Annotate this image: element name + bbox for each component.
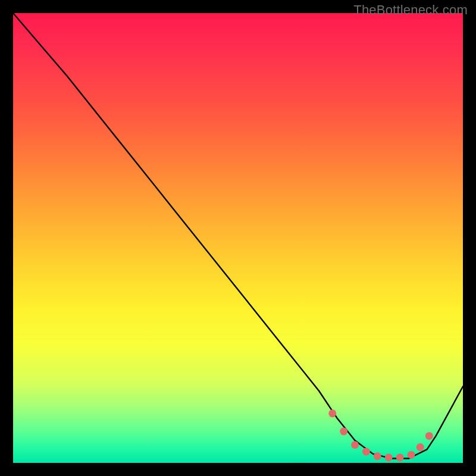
chart-stage: TheBottleneck.com: [0, 0, 476, 476]
marker-point: [362, 448, 370, 456]
watermark-text: TheBottleneck.com: [353, 2, 468, 18]
marker-point: [351, 441, 359, 449]
marker-point: [408, 451, 415, 459]
chart-plot-area: [13, 13, 463, 463]
marker-point: [328, 409, 336, 417]
marker-point: [416, 443, 424, 451]
series-curve: [13, 13, 463, 458]
marker-point: [385, 453, 393, 461]
chart-svg: [13, 13, 463, 463]
marker-point: [396, 453, 404, 461]
marker-point: [340, 428, 347, 436]
marker-point: [425, 432, 433, 440]
marker-point: [374, 452, 381, 460]
